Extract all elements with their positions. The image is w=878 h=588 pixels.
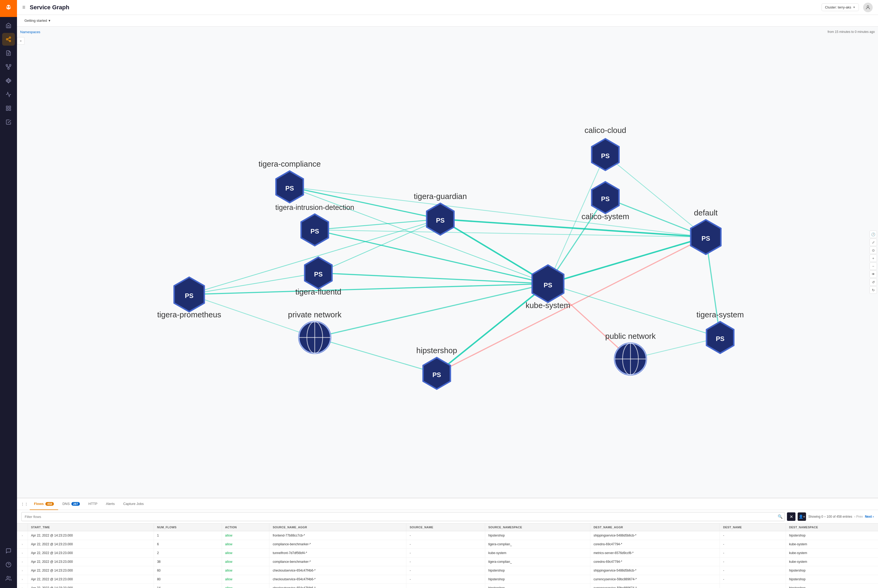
subheader: Getting started ▾	[17, 15, 878, 27]
cell-dest-name: -	[720, 584, 786, 588]
sidebar-item-chat[interactable]	[2, 544, 15, 557]
cell-start-time: Apr 22, 2022 @ 14:23:23.000	[28, 540, 154, 549]
collapse-button[interactable]: ⋮⋮	[21, 501, 28, 507]
sidebar-item-compliance[interactable]	[2, 116, 15, 128]
cell-start-time: Apr 22, 2022 @ 14:23:23.000	[28, 549, 154, 558]
cell-source-name-aggr: checkoutservice-654c47f4b6-*	[269, 575, 406, 584]
search-button[interactable]: 🔍	[777, 514, 783, 519]
sidebar-item-network[interactable]	[2, 60, 15, 73]
fullscreen-button[interactable]: ⤢	[869, 238, 877, 246]
sidebar-item-alerts[interactable]	[2, 102, 15, 115]
sidebar-item-service-graph[interactable]	[2, 33, 15, 46]
svg-rect-13	[8, 68, 9, 69]
sidebar-item-home[interactable]	[2, 19, 15, 32]
cell-source-namespace: hipstershop	[485, 531, 590, 540]
cell-action: allow	[222, 566, 269, 575]
svg-point-2	[7, 6, 8, 8]
svg-rect-23	[6, 109, 8, 110]
next-button[interactable]: Next ›	[865, 515, 874, 519]
graph-topbar: Namespaces from 15 minutes to 0 minutes …	[17, 27, 878, 37]
tab-capture-jobs[interactable]: Capture Jobs	[119, 498, 148, 510]
tab-dns[interactable]: DNS 287	[58, 498, 84, 510]
prev-button[interactable]: ‹ Prev	[854, 515, 863, 519]
zoom-in-button[interactable]: +	[869, 255, 877, 262]
zoom-out-button[interactable]: −	[869, 262, 877, 270]
filter-clear-button[interactable]: ✕	[787, 512, 795, 521]
cell-dest-namespace: hipstershop	[786, 584, 878, 588]
node-default[interactable]: PS default	[690, 208, 721, 254]
user-avatar[interactable]	[863, 3, 873, 12]
svg-text:default: default	[694, 208, 718, 217]
service-graph-svg[interactable]: PS calico-cloud PS calico-system PS tige…	[17, 27, 878, 498]
menu-icon[interactable]: ☰	[22, 5, 26, 9]
svg-text:tigera-intrusion-detection: tigera-intrusion-detection	[275, 204, 354, 212]
col-source-name: SOURCE_NAME	[406, 524, 485, 531]
getting-started-label: Getting started	[24, 19, 47, 22]
cell-dest-name-aggr: shippingservice-5488d5b6cb-*	[590, 531, 720, 540]
cell-num-flows: 2	[154, 549, 222, 558]
sidebar-item-activity[interactable]	[2, 88, 15, 101]
time-button[interactable]: 🕐	[869, 231, 877, 238]
sidebar-item-help[interactable]	[2, 558, 15, 571]
cell-source-name: -	[406, 540, 485, 549]
tab-http[interactable]: HTTP	[84, 498, 102, 510]
svg-rect-21	[9, 106, 11, 108]
tab-alerts-label: Alerts	[106, 502, 115, 506]
expand-row-button[interactable]: ›	[20, 560, 24, 564]
expand-row-button[interactable]: ›	[20, 577, 24, 581]
cell-source-name: -	[406, 575, 485, 584]
sidebar-bottom	[2, 544, 15, 588]
svg-line-8	[8, 38, 9, 39]
col-dest-namespace: DEST_NAMESPACE	[786, 524, 878, 531]
svg-point-26	[7, 576, 9, 578]
view-button[interactable]: 👁	[869, 270, 877, 278]
filter-input-wrap: 🔍	[21, 512, 785, 521]
table-row: › Apr 22, 2022 @ 14:23:23.000 38 allow c…	[17, 558, 878, 566]
expand-row-button[interactable]: ›	[20, 542, 24, 546]
expand-row-button[interactable]: ›	[20, 533, 24, 538]
table-row: › Apr 22, 2022 @ 14:23:23.000 80 allow c…	[17, 575, 878, 584]
undo-button[interactable]: ↺	[869, 278, 877, 286]
cell-dest-name: -	[720, 549, 786, 558]
cluster-selector[interactable]: Cluster: terry-aks ▼	[821, 3, 859, 11]
cell-source-name-aggr: compliance-benchmarker-*	[269, 558, 406, 566]
svg-rect-28	[17, 76, 878, 449]
svg-text:PS: PS	[601, 152, 609, 159]
cell-num-flows: 38	[154, 558, 222, 566]
tab-alerts[interactable]: Alerts	[102, 498, 119, 510]
svg-rect-12	[9, 64, 11, 66]
flows-table: START_TIME NUM_FLOWS ACTION SOURCE_NAME_…	[17, 524, 878, 588]
tab-flows[interactable]: Flows 458	[30, 498, 58, 510]
cell-dest-name: -	[720, 540, 786, 549]
getting-started-button[interactable]: Getting started ▾	[22, 18, 53, 24]
cell-start-time: Apr 22, 2022 @ 14:23:23.000	[28, 575, 154, 584]
time-range: from 15 minutes to 0 minutes ago	[828, 30, 875, 34]
expand-row-button[interactable]: ›	[20, 586, 24, 588]
table-row: › Apr 22, 2022 @ 14:23:23.000 2 allow tu…	[17, 549, 878, 558]
filter-input[interactable]	[21, 512, 785, 521]
right-toolbar: 🕐 ⤢ ⊙ + − 👁 ↺ ↻	[869, 230, 878, 295]
svg-text:hipstershop: hipstershop	[416, 346, 457, 355]
cell-dest-namespace: kube-system	[786, 540, 878, 549]
tab-flows-label: Flows	[34, 502, 44, 506]
refresh-button[interactable]: ↻	[869, 286, 877, 294]
expand-row-button[interactable]: ›	[20, 568, 24, 573]
filter-options-button[interactable]: 👤+	[798, 512, 806, 521]
svg-point-5	[6, 39, 8, 40]
expand-panel-button[interactable]: »	[17, 37, 24, 45]
breadcrumb[interactable]: Namespaces	[20, 30, 41, 34]
filter-bar: 🔍 ✕ 👤+ Showing 0 – 100 of 458 entries ‹ …	[17, 510, 878, 524]
cell-dest-name: -	[720, 531, 786, 540]
sidebar-item-endpoints[interactable]	[2, 74, 15, 87]
expand-row-button[interactable]: ›	[20, 551, 24, 555]
sidebar-item-policies[interactable]	[2, 47, 15, 59]
cell-source-namespace: tigera-complian_	[485, 558, 590, 566]
cell-num-flows: 14	[154, 584, 222, 588]
app-logo[interactable]	[0, 0, 17, 17]
reset-button[interactable]: ⊙	[869, 246, 877, 254]
cell-source-name: -	[406, 558, 485, 566]
cell-num-flows: 80	[154, 575, 222, 584]
svg-text:PS: PS	[701, 235, 710, 242]
sidebar-item-users[interactable]	[2, 572, 15, 585]
cell-num-flows: 1	[154, 531, 222, 540]
